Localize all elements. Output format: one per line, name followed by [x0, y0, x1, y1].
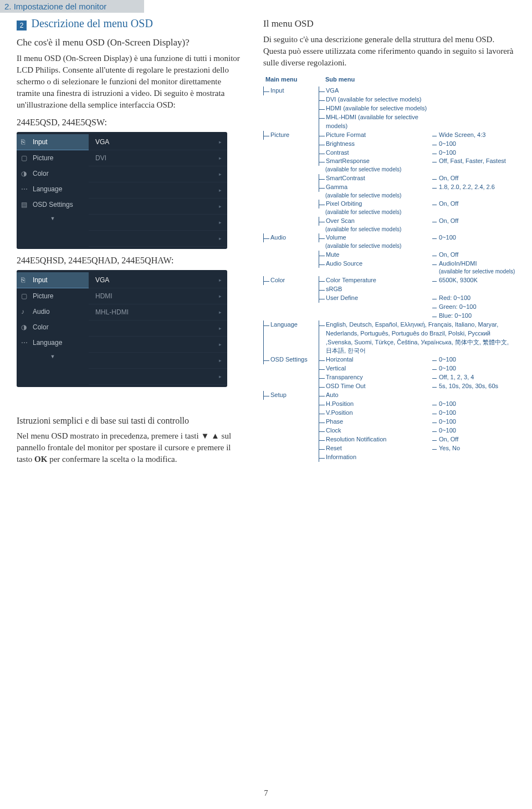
- tree-auto: Auto: [319, 391, 432, 400]
- tree-osdtimeout: OSD Time Out: [319, 382, 432, 391]
- tree-horizontal: Horizontal: [319, 355, 432, 364]
- tree-red: Red: 0~100: [432, 294, 515, 303]
- main-menu-header: Main menu: [263, 75, 319, 84]
- osd2-color[interactable]: ◑Color: [17, 319, 89, 335]
- tree-vposition: V.Position: [319, 409, 432, 418]
- tree-phase: Phase: [319, 418, 432, 426]
- osd2-item-label: Audio: [33, 308, 50, 316]
- tree-header: Main menu Sub menu: [263, 75, 515, 84]
- osd2-right-menu: VGA HDMI MHL-HDMI: [89, 270, 227, 387]
- tree-language: Language: [263, 320, 319, 356]
- tree-phase-val: 0~100: [432, 418, 515, 426]
- left-column: 2 Descrizione del menu OSD Che cos'è il …: [17, 13, 247, 472]
- tree-clock: Clock: [319, 426, 432, 435]
- tree-note: (available for selective models): [319, 166, 432, 174]
- paragraph-intro: Il menu OSD (On-Screen Display) è una fu…: [17, 53, 247, 111]
- tree-gamma-val: 1.8, 2.0, 2.2, 2.4, 2.6: [432, 183, 515, 192]
- tree-gamma: Gamma: [319, 183, 432, 192]
- arrow-down-icon[interactable]: ▼: [17, 212, 89, 225]
- menu-tree: Main menu Sub menu InputVGA DVI (availab…: [263, 75, 515, 462]
- osd2-mhlhdmi[interactable]: MHL-HDMI: [89, 304, 227, 320]
- tree-color: Color: [263, 276, 319, 285]
- osd-panel-2: ⎘Input ▢Picture ♪Audio ◑Color ⋯Language …: [17, 270, 227, 387]
- page-body: 2 Descrizione del menu OSD Che cos'è il …: [0, 13, 532, 483]
- tree-osdsettings: OSD Settings: [263, 355, 319, 364]
- osd1-osdsettings[interactable]: ▤OSD Settings: [17, 197, 89, 212]
- osd2-picture[interactable]: ▢Picture: [17, 288, 89, 304]
- picture-icon: ▢: [21, 154, 29, 162]
- page-number: 7: [264, 789, 268, 798]
- tree-picture: Picture: [263, 131, 319, 140]
- tree-smartresponse: SmartResponse: [319, 157, 432, 166]
- tree-brightness: Brightness: [319, 140, 432, 149]
- arrow-down-icon[interactable]: ▼: [17, 350, 89, 363]
- osd2-empty: [89, 320, 227, 337]
- osd1-item-label: Input: [33, 138, 48, 146]
- tree-osdtimeout-val: 5s, 10s, 20s, 30s, 60s: [432, 382, 515, 391]
- tree-audiosource-val: AudioIn/HDMI: [432, 260, 515, 268]
- osd1-item-label: OSD Settings: [33, 201, 73, 208]
- badge-2: 2: [17, 21, 27, 30]
- plug-icon: ⎘: [21, 138, 29, 146]
- sub-menu-header: Sub menu: [319, 75, 515, 84]
- tree-input-hdmi: HDMI (available for selective models): [319, 104, 432, 113]
- color-icon: ◑: [21, 170, 29, 177]
- right-heading: Il menu OSD: [263, 18, 515, 29]
- osd1-empty: [89, 182, 227, 199]
- section-header: 2. Impostazione del monitor: [0, 0, 144, 13]
- osd1-item-label: Picture: [33, 154, 53, 162]
- osd1-empty: [89, 231, 227, 247]
- osd2-audio[interactable]: ♪Audio: [17, 304, 89, 319]
- osd2-item-label: Language: [33, 339, 62, 347]
- tree-smartcontrast: SmartContrast: [319, 174, 432, 183]
- tree-userdefine: User Define: [319, 294, 432, 303]
- color-icon: ◑: [21, 323, 29, 331]
- tree-brightness-val: 0~100: [432, 140, 515, 149]
- osd1-language[interactable]: ⋯Language: [17, 181, 89, 197]
- osd1-item-label: Language: [33, 185, 62, 193]
- osd1-empty: [89, 166, 227, 182]
- globe-icon: ⋯: [21, 339, 29, 347]
- osd1-input[interactable]: ⎘Input: [17, 134, 89, 150]
- tree-audiosource: Audio Source: [319, 260, 432, 268]
- osd1-item-label: Color: [33, 170, 49, 177]
- tree-srgb: sRGB: [319, 285, 432, 294]
- tree-reset-val: Yes, No: [432, 444, 515, 453]
- tree-input: Input: [263, 87, 319, 95]
- tree-blue: Blue: 0~100: [432, 312, 515, 320]
- tree-pixelorbit-val: On, Off: [432, 200, 515, 208]
- osd2-hdmi[interactable]: HDMI: [89, 288, 227, 304]
- tree-resnotif-val: On, Off: [432, 435, 515, 444]
- instr-part-c: per confermare la scelta o la modifica.: [47, 455, 177, 464]
- tree-input-mhl: MHL-HDMI (available for selective models…: [319, 113, 432, 131]
- tree-horizontal-val: 0~100: [432, 355, 515, 364]
- instr-part-a: Nel menu OSD mostrato in precedenza, pre…: [17, 431, 201, 440]
- tree-reset: Reset: [319, 444, 432, 453]
- tree-overscan-val: On, Off: [432, 217, 515, 226]
- osd2-language[interactable]: ⋯Language: [17, 335, 89, 350]
- tree-note: (available for selective models): [319, 208, 432, 217]
- osd2-vga[interactable]: VGA: [89, 272, 227, 288]
- tree-vertical-val: 0~100: [432, 364, 515, 373]
- osd1-vga[interactable]: VGA: [89, 134, 227, 150]
- instructions-paragraph: Nel menu OSD mostrato in precedenza, pre…: [17, 430, 247, 465]
- tree-colortemp-val: 6500K, 9300K: [432, 276, 515, 285]
- tree-vposition-val: 0~100: [432, 409, 515, 418]
- tree-volume-val: 0~100: [432, 233, 515, 242]
- osd2-input[interactable]: ⎘Input: [17, 272, 89, 288]
- osd1-dvi[interactable]: DVI: [89, 150, 227, 166]
- osd2-item-label: Picture: [33, 292, 53, 300]
- osd-panel-1: ⎘Input ▢Picture ◑Color ⋯Language ▤OSD Se…: [17, 132, 227, 249]
- tree-contrast: Contrast: [319, 149, 432, 157]
- ok-key: OK: [34, 455, 47, 464]
- instructions-heading: Istruzioni semplici e di base sui tasti …: [17, 416, 247, 426]
- tree-contrast-val: 0~100: [432, 149, 515, 157]
- tree-pic-format-val: Wide Screen, 4:3: [432, 131, 515, 140]
- tree-hposition: H.Position: [319, 400, 432, 409]
- osd1-picture[interactable]: ▢Picture: [17, 150, 89, 166]
- tree-mute: Mute: [319, 251, 432, 260]
- osd1-color[interactable]: ◑Color: [17, 166, 89, 181]
- osd2-empty: [89, 369, 227, 385]
- plug-icon: ⎘: [21, 276, 29, 284]
- tree-input-vga: VGA: [319, 87, 432, 95]
